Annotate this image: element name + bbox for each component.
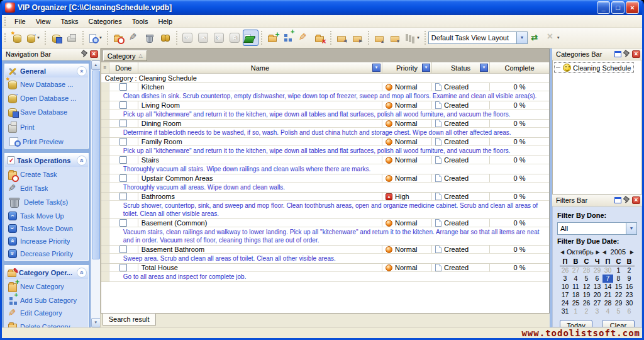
name-filter-button[interactable]	[372, 64, 380, 72]
done-checkbox[interactable]	[119, 120, 127, 127]
calendar-day[interactable]: 13	[592, 283, 602, 291]
filter-by-done-select[interactable]: All	[557, 222, 637, 235]
calendar-day[interactable]: 3	[592, 307, 602, 315]
calendar-day[interactable]: 16	[624, 283, 635, 291]
next-year-icon[interactable]: ▶	[629, 249, 635, 255]
calendar-day[interactable]: 3	[560, 275, 570, 283]
close-icon[interactable]: ×	[90, 50, 98, 58]
task-name-cell[interactable]: Stairs	[138, 156, 382, 164]
open-database-button[interactable]: ▼	[25, 30, 42, 46]
close-button[interactable]: ×	[626, 1, 639, 14]
print-preview-button[interactable]: ▼	[86, 30, 104, 46]
menu-tasks[interactable]: Tasks	[55, 16, 83, 26]
calendar-day[interactable]: 2	[581, 307, 592, 315]
calendar-day[interactable]: 27	[592, 299, 602, 307]
calendar-day[interactable]: 23	[624, 291, 635, 299]
apply-layout-button[interactable]	[528, 30, 543, 46]
menu-tools[interactable]: Tools	[127, 16, 153, 26]
group-by-category-button[interactable]: Category △	[103, 50, 147, 61]
calendar-day[interactable]: 6	[624, 307, 635, 315]
status-filter-button[interactable]	[480, 64, 488, 72]
sort-button[interactable]: ▼	[403, 30, 422, 46]
nav-item-edit-task[interactable]: Edit Task	[5, 182, 88, 195]
layout-combo[interactable]: Default Task View Layout	[428, 31, 528, 44]
prev-year-icon[interactable]: ◀	[601, 249, 608, 255]
task-view-filter-button[interactable]: ▼	[243, 30, 258, 46]
table-row[interactable]: Basement BathroomNormalCreated0 %	[101, 246, 549, 254]
calendar-day[interactable]: 26	[560, 266, 570, 275]
calendar-day[interactable]: 14	[602, 283, 613, 291]
calendar-day[interactable]: 24	[560, 299, 570, 307]
print-button[interactable]	[64, 30, 80, 46]
nav-item-decrease-priority[interactable]: Decrease Priority	[5, 247, 88, 260]
edit-task-button[interactable]	[126, 30, 142, 46]
minimize-button[interactable]: _	[597, 1, 610, 14]
calendar-day[interactable]: 4	[602, 307, 613, 315]
column-header-done[interactable]: Done	[109, 62, 138, 73]
table-row[interactable]: Dining RoomNormalCreated0 %	[101, 120, 549, 128]
nav-item-new-database-[interactable]: New Database ...	[5, 77, 88, 91]
calendar-day[interactable]: 2	[624, 266, 635, 275]
table-row[interactable]: Living RoomNormalCreated0 %	[101, 101, 549, 110]
calendar-day[interactable]: 19	[581, 291, 592, 299]
restore-icon[interactable]	[614, 197, 621, 203]
close-icon[interactable]: ×	[632, 50, 640, 58]
dropdown-arrow-icon[interactable]: ▼	[99, 36, 103, 40]
calendar-day[interactable]: 12	[581, 283, 592, 291]
add-sub-category-button[interactable]	[280, 30, 296, 46]
nav-item-print-preview[interactable]: Print Preview	[5, 135, 88, 148]
calendar-day[interactable]: 29	[592, 266, 602, 275]
calendar-day[interactable]: 25	[570, 299, 581, 307]
task-name-cell[interactable]: Dining Room	[138, 120, 382, 127]
nav-item-delete-task-s-[interactable]: Delete Task(s)	[5, 195, 88, 210]
nav-section-header[interactable]: General	[5, 64, 88, 77]
nav-item-create-task[interactable]: Create Task	[5, 167, 88, 182]
search-button[interactable]	[158, 30, 174, 46]
calendar-day[interactable]: 11	[570, 283, 581, 291]
edit-category-button[interactable]	[296, 30, 312, 46]
calendar-day[interactable]: 15	[613, 283, 624, 291]
calendar-day[interactable]: 1	[570, 307, 581, 315]
task-name-cell[interactable]: Kitchen	[138, 83, 382, 91]
nav-section-header[interactable]: Category Oper...	[5, 266, 88, 279]
scroll-down-icon[interactable]: ▼	[91, 318, 100, 327]
calendar-day[interactable]: 5	[581, 275, 592, 283]
calendar-day[interactable]: 17	[560, 291, 570, 299]
tab-search-result[interactable]: Search result	[103, 314, 156, 326]
calendar-day[interactable]: 20	[592, 291, 602, 299]
done-checkbox[interactable]	[119, 156, 127, 164]
calendar-day[interactable]: 30	[602, 266, 613, 275]
group-row[interactable]: Category : Cleaning Schedule	[101, 74, 549, 83]
calendar-day[interactable]: 1	[613, 266, 624, 275]
dropdown-arrow-icon[interactable]	[626, 223, 636, 234]
nav-item-delete-category[interactable]: Delete Category	[5, 319, 88, 327]
task-name-cell[interactable]: Total House	[138, 264, 382, 271]
save-database-button[interactable]	[48, 30, 64, 46]
collapse-section-icon[interactable]	[77, 156, 87, 166]
new-category-button[interactable]	[265, 30, 280, 46]
nav-item-task-move-down[interactable]: Task Move Down	[5, 222, 88, 235]
scroll-up-icon[interactable]: ▲	[91, 60, 100, 70]
dropdown-arrow-icon[interactable]	[516, 32, 527, 43]
pin-icon[interactable]	[81, 50, 88, 58]
menu-categories[interactable]: Categories	[84, 16, 127, 26]
task-name-cell[interactable]: Family Room	[138, 138, 382, 145]
done-checkbox[interactable]	[119, 138, 127, 145]
nav-item-save-database[interactable]: Save Database	[5, 105, 88, 119]
column-header-name[interactable]: Name	[138, 62, 382, 73]
task-name-cell[interactable]: Living Room	[138, 101, 382, 109]
new-task-button[interactable]	[111, 30, 126, 46]
done-checkbox[interactable]	[119, 101, 127, 109]
close-icon[interactable]: ×	[632, 196, 640, 204]
nav-section-header[interactable]: Task Operations	[5, 154, 88, 167]
pin-icon[interactable]	[623, 196, 630, 204]
clear-button[interactable]: Clear	[602, 320, 635, 327]
column-header-complete[interactable]: Complete	[490, 62, 549, 73]
nav-item-increase-priority[interactable]: Increase Priority	[5, 235, 88, 247]
done-checkbox[interactable]	[119, 174, 127, 182]
table-row[interactable]: Family RoomNormalCreated0 %	[101, 138, 549, 146]
task-name-cell[interactable]: Upstair Common Areas	[138, 174, 382, 182]
done-checkbox[interactable]	[119, 219, 127, 227]
calendar-day[interactable]: 18	[570, 291, 581, 299]
done-checkbox[interactable]	[119, 83, 127, 91]
